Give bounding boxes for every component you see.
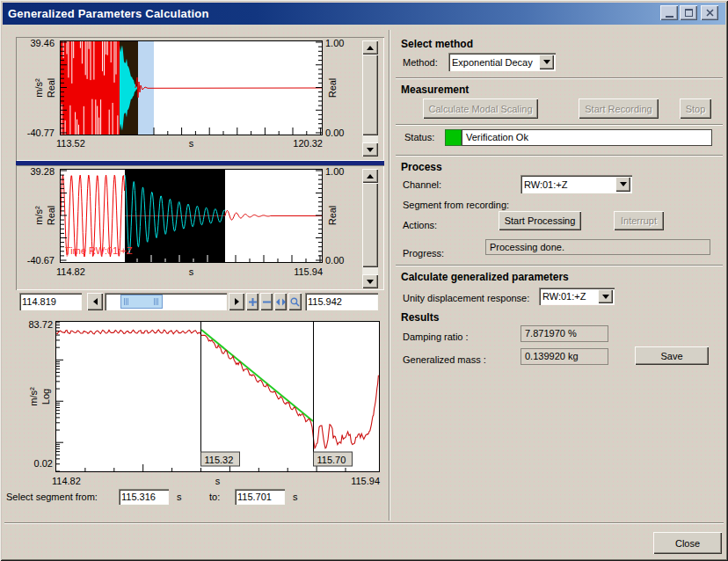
close-icon bbox=[706, 9, 714, 17]
separator bbox=[396, 265, 723, 266]
scroll-down-button[interactable] bbox=[362, 142, 378, 157]
pan-left-button[interactable] bbox=[87, 293, 103, 310]
middle-plot-rlabel: Real bbox=[327, 198, 338, 233]
method-value: Exponential Decay bbox=[452, 57, 533, 68]
calc-params-header: Calculate generalized parameters bbox=[401, 271, 569, 283]
top-plot-ymin: -40.77 bbox=[12, 128, 55, 138]
range-end-input[interactable] bbox=[305, 293, 378, 310]
log-plot-ymax: 83.72 bbox=[14, 319, 53, 330]
h-resize-icon bbox=[276, 298, 286, 306]
method-label: Method: bbox=[403, 57, 438, 68]
pan-scrollbar-track[interactable] bbox=[105, 293, 227, 310]
unity-value: RW:01:+Z bbox=[542, 291, 586, 302]
arrow-up-icon bbox=[367, 174, 374, 178]
minus-icon bbox=[263, 298, 271, 306]
damping-label: Damping ratio : bbox=[403, 332, 469, 342]
unity-dropdown-button[interactable] bbox=[598, 289, 613, 303]
close-window-button[interactable] bbox=[701, 5, 718, 20]
svg-text:115.70: 115.70 bbox=[317, 455, 346, 465]
pan-scrollbar-thumb[interactable] bbox=[120, 295, 163, 309]
thumb-grip-left-icon bbox=[124, 298, 129, 305]
channel-dropdown-button[interactable] bbox=[615, 177, 630, 192]
select-method-header: Select method bbox=[401, 38, 473, 50]
pan-right-button[interactable] bbox=[229, 293, 244, 310]
chevron-down-icon bbox=[602, 295, 609, 299]
log-plot-ykind: Log bbox=[40, 379, 51, 414]
scroll-up-button[interactable] bbox=[362, 40, 378, 55]
minimize-button[interactable] bbox=[660, 5, 678, 20]
channel-value: RW:01:+Z bbox=[524, 179, 567, 190]
interrupt-button[interactable]: Interrupt bbox=[614, 211, 664, 230]
top-plot-ymax: 39.46 bbox=[16, 38, 55, 48]
unity-label: Unity displacement response: bbox=[403, 293, 529, 303]
arrow-down-icon bbox=[367, 148, 374, 152]
scroll-down-button[interactable] bbox=[362, 274, 378, 288]
start-recording-button[interactable]: Start Recording bbox=[579, 98, 659, 119]
middle-plot-rmax: 1.00 bbox=[325, 166, 357, 177]
status-led bbox=[445, 129, 462, 146]
scrollbar-thumb[interactable] bbox=[362, 183, 378, 267]
chevron-down-icon bbox=[620, 182, 627, 186]
unity-dropdown[interactable]: RW:01:+Z bbox=[539, 288, 615, 305]
magnify-button[interactable] bbox=[288, 293, 302, 310]
log-plot-xmax: 115.94 bbox=[324, 476, 380, 486]
arrow-right-icon bbox=[235, 298, 239, 305]
middle-plot-ymin: -40.67 bbox=[12, 255, 55, 266]
arrow-left-icon bbox=[93, 298, 98, 305]
close-button[interactable]: Close bbox=[653, 532, 722, 554]
middle-plot-scrollbar[interactable] bbox=[362, 169, 378, 288]
minimize-icon bbox=[666, 16, 673, 18]
top-plot-yunit: m/s² bbox=[33, 70, 44, 106]
window-titlebar[interactable]: Generalized Parameters Calculation bbox=[3, 3, 725, 25]
save-button[interactable]: Save bbox=[635, 346, 709, 365]
log-plot-ymin: 0.02 bbox=[21, 458, 53, 469]
scroll-up-button[interactable] bbox=[362, 169, 378, 183]
segment-from-label: Select segment from: bbox=[6, 492, 98, 502]
separator bbox=[396, 77, 723, 79]
middle-plot-xmax: 115.94 bbox=[266, 266, 323, 277]
zoom-in-button[interactable] bbox=[246, 293, 258, 310]
method-dropdown[interactable]: Exponential Decay bbox=[448, 53, 556, 71]
middle-plot-ykind: Real bbox=[46, 198, 56, 233]
panel-divider bbox=[389, 30, 390, 521]
expand-range-button[interactable] bbox=[274, 293, 287, 310]
scrollbar-thumb[interactable] bbox=[362, 55, 378, 135]
calculate-modal-scaling-button[interactable]: Calculate Modal Scaling bbox=[423, 98, 538, 119]
maximize-button[interactable] bbox=[680, 5, 697, 20]
channel-dropdown[interactable]: RW:01:+Z bbox=[521, 175, 632, 193]
stop-button[interactable]: Stop bbox=[680, 98, 711, 119]
svg-text:115.32: 115.32 bbox=[205, 455, 234, 465]
top-plot-scrollbar[interactable] bbox=[362, 40, 378, 157]
damping-field: 7.871970 % bbox=[521, 325, 608, 342]
arrow-up-icon bbox=[367, 46, 374, 50]
top-plot-rmin: 0.00 bbox=[325, 128, 357, 138]
mass-field: 0.139920 kg bbox=[521, 348, 608, 365]
progress-label: Progress: bbox=[403, 248, 444, 259]
thumb-grip-right-icon bbox=[154, 298, 159, 305]
maximize-icon bbox=[685, 9, 693, 17]
segment-from-input[interactable] bbox=[119, 489, 169, 505]
progress-field: Processing done. bbox=[485, 239, 710, 255]
method-dropdown-button[interactable] bbox=[539, 55, 554, 69]
segment-to-unit: s bbox=[293, 492, 298, 502]
middle-plot-rmin: 0.00 bbox=[325, 255, 357, 266]
process-header: Process bbox=[401, 161, 442, 173]
middle-plot-svg[interactable]: Time RW:01:+Z bbox=[60, 169, 323, 263]
measurement-header: Measurement bbox=[401, 84, 469, 96]
svg-text:Time RW:01:+Z: Time RW:01:+Z bbox=[65, 245, 133, 256]
zoom-out-button[interactable] bbox=[260, 293, 273, 310]
range-start-input[interactable] bbox=[19, 293, 82, 310]
start-processing-button[interactable]: Start Processing bbox=[499, 211, 581, 230]
actions-label: Actions: bbox=[403, 220, 437, 230]
status-label: Status: bbox=[404, 132, 434, 142]
top-plot-svg[interactable] bbox=[60, 40, 323, 135]
results-header: Results bbox=[401, 311, 439, 324]
window-title: Generalized Parameters Calculation bbox=[3, 7, 209, 20]
top-plot-rmax: 1.00 bbox=[325, 38, 357, 48]
arrow-down-icon bbox=[367, 280, 374, 284]
log-plot-svg[interactable]: 115.32115.70 bbox=[55, 321, 380, 472]
segment-to-input[interactable] bbox=[235, 489, 285, 505]
channel-label: Channel: bbox=[403, 179, 441, 190]
separator bbox=[396, 124, 723, 126]
log-plot-yunit: m/s² bbox=[28, 379, 39, 414]
